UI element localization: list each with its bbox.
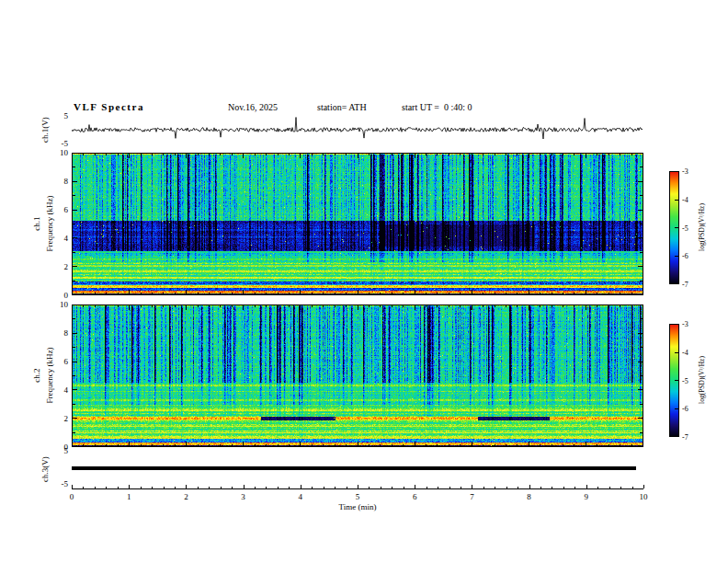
- axis-tick-mark: [175, 487, 176, 488]
- axis-tick-mark: [266, 487, 267, 488]
- freq-tick-label: 4: [40, 234, 68, 243]
- colorbar1-tick-label: -4: [682, 195, 702, 203]
- freq-tick-label: 10: [40, 300, 68, 309]
- colorbar2-tick-label: -3: [682, 320, 702, 328]
- axis-tick-mark: [129, 487, 130, 488]
- time-tick-label: 7: [458, 492, 485, 501]
- colorbar2-tick-label: -5: [682, 376, 702, 385]
- axis-tick-mark: [506, 487, 507, 488]
- axis-tick-mark: [83, 487, 84, 488]
- figure-date: Nov.16, 2025: [228, 102, 278, 112]
- time-tick-label: 8: [516, 492, 543, 501]
- axis-tick-mark: [278, 487, 279, 488]
- ch1-channel-label-text: ch.1: [32, 216, 41, 230]
- colorbar-ch1: [669, 171, 679, 284]
- axis-tick-mark: [518, 487, 518, 488]
- colorbar2-tick-label: -6: [682, 405, 702, 413]
- axis-tick-mark: [106, 487, 107, 488]
- axis-tick-mark: [141, 487, 142, 488]
- time-tick-label: 4: [287, 492, 314, 501]
- freq-tick-label: 6: [40, 205, 68, 214]
- axis-tick-mark: [552, 487, 552, 488]
- colorbar-ch2: [669, 324, 679, 437]
- colorbar1-tick-label: -5: [682, 224, 702, 232]
- vlf-spectra-figure: VLF Spectra Nov.16, 2025 station= ATH st…: [0, 0, 728, 563]
- time-tick-label: 3: [230, 492, 257, 501]
- axis-tick-mark: [620, 487, 621, 488]
- axis-tick-mark: [301, 487, 301, 488]
- time-axis-label: Time (min): [72, 502, 643, 511]
- colorbar1-tick-label: -3: [682, 167, 702, 176]
- ch1-waveform-plot: [72, 114, 643, 145]
- freq-tick-label: 0: [40, 291, 68, 300]
- axis-tick-mark: [415, 487, 415, 488]
- ch2-frequency-axis-label-text: Frequency (kHz): [45, 347, 54, 403]
- ch1-voltage-tick-label: 5: [40, 111, 68, 121]
- freq-tick-label: 8: [40, 177, 68, 186]
- axis-tick-mark: [335, 487, 336, 488]
- freq-tick-label: 8: [40, 328, 68, 338]
- axis-tick-mark: [369, 487, 370, 488]
- freq-tick-label: 6: [40, 357, 68, 366]
- freq-tick-label: 2: [40, 262, 68, 271]
- ch3-voltage-tick-label: -5: [40, 479, 68, 488]
- time-tick-label: 2: [172, 492, 199, 501]
- axis-tick-mark: [347, 487, 347, 488]
- freq-tick-label: 4: [40, 385, 68, 395]
- axis-tick-mark: [118, 487, 119, 488]
- time-tick-label: 0: [58, 492, 85, 501]
- colorbar1-tick-label: -6: [682, 252, 702, 260]
- axis-tick-mark: [438, 487, 438, 488]
- axis-tick-mark: [324, 487, 324, 488]
- axis-tick-mark: [472, 487, 472, 488]
- axis-tick-mark: [586, 487, 587, 488]
- ch3-flatline: [72, 466, 636, 470]
- axis-tick-mark: [461, 487, 461, 488]
- time-tick-label: 5: [344, 492, 371, 501]
- ch1-spectrogram: [72, 153, 643, 295]
- colorbar1-tick-label: -7: [682, 281, 702, 289]
- axis-tick-mark: [563, 487, 564, 488]
- axis-tick-mark: [152, 487, 153, 488]
- colorbar2-tick-label: -7: [682, 433, 702, 442]
- freq-tick-label: 2: [40, 414, 68, 423]
- ch1-frequency-axis-label-text: Frequency (kHz): [45, 195, 54, 251]
- axis-tick-mark: [609, 487, 610, 488]
- axis-tick-mark: [392, 487, 392, 488]
- time-tick-label: 10: [630, 492, 657, 501]
- axis-tick-mark: [529, 487, 530, 488]
- colorbar2-tick-label: -4: [682, 348, 702, 356]
- axis-tick-mark: [289, 487, 290, 488]
- axis-tick-mark: [164, 487, 165, 488]
- axis-tick-mark: [449, 487, 450, 488]
- axis-tick-mark: [358, 487, 358, 488]
- ch1-voltage-tick-label: -5: [40, 139, 68, 148]
- axis-tick-mark: [312, 487, 313, 488]
- axis-tick-mark: [632, 487, 633, 488]
- ch3-voltage-axis-label-text: ch.3(V): [40, 456, 50, 482]
- axis-tick-mark: [209, 487, 210, 488]
- axis-tick-mark: [381, 487, 381, 488]
- figure-title: VLF Spectra: [74, 101, 144, 112]
- axis-tick-mark: [404, 487, 404, 488]
- axis-tick-mark: [244, 487, 245, 488]
- axis-tick-mark: [198, 487, 199, 488]
- start-ut-label: start UT = 0 :40: 0: [402, 102, 472, 112]
- time-axis: [72, 488, 643, 489]
- time-tick-label: 9: [573, 492, 600, 501]
- ch2-channel-label-text: ch.2: [32, 368, 41, 382]
- axis-tick-mark: [95, 487, 96, 488]
- axis-tick-mark: [255, 487, 256, 488]
- axis-tick-mark: [540, 487, 541, 488]
- ch2-spectrogram: [72, 304, 643, 447]
- time-tick-label: 6: [401, 492, 428, 501]
- axis-tick-mark: [574, 487, 575, 488]
- axis-tick-mark: [186, 487, 187, 488]
- axis-tick-mark: [643, 487, 644, 488]
- axis-tick-mark: [72, 487, 73, 488]
- axis-tick-mark: [427, 487, 427, 488]
- axis-tick-mark: [495, 487, 495, 488]
- axis-tick-mark: [597, 487, 598, 488]
- ch3-voltage-tick-label: 5: [40, 446, 68, 455]
- axis-tick-mark: [221, 487, 222, 488]
